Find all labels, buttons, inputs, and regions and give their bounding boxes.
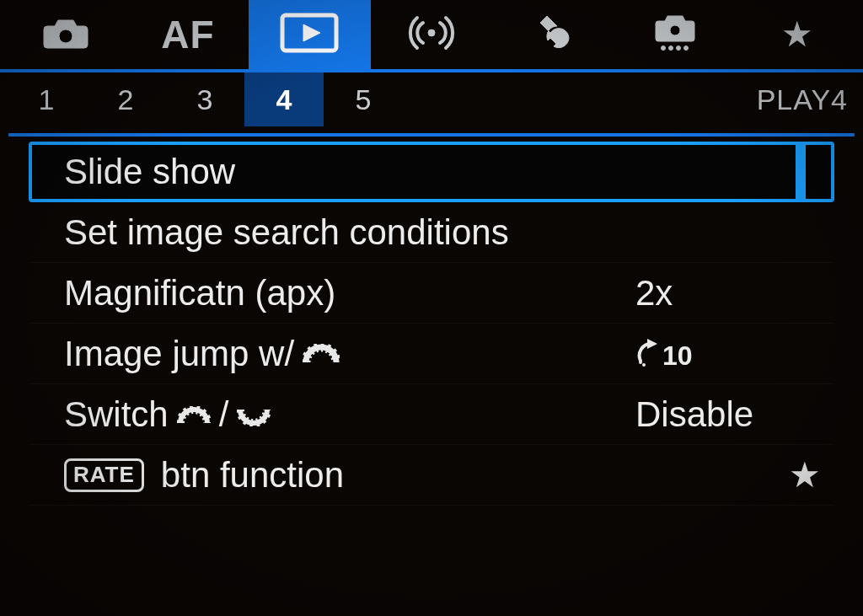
page-tab-4[interactable]: 4 [244,72,324,126]
menu-list: Slide show Set image search conditions M… [29,142,834,506]
page-tab-3[interactable]: 3 [165,72,244,126]
menu-item-search-conditions[interactable]: Set image search conditions [29,202,834,263]
svg-point-7 [677,46,681,51]
camera-icon [42,16,89,53]
divider [8,133,855,137]
menu-item-label: Slide show [64,152,235,192]
menu-item-magnification[interactable]: Magnificatn (apx) 2x [29,263,834,324]
svg-marker-9 [647,339,657,349]
svg-marker-2 [303,24,320,41]
svg-point-5 [662,46,666,51]
label-text: Switch [64,394,169,435]
main-dial-icon [177,394,211,435]
menu-item-value: Disable [602,394,821,435]
menu-item-switch-dials[interactable]: Switch / Disable [29,384,834,445]
page-indicator-label: PLAY4 [757,72,848,126]
main-dial-icon [303,334,340,374]
jump-count: 10 [662,340,693,372]
main-tab-bar: AF [0,0,863,72]
menu-item-value: ★ [755,458,821,493]
menu-item-rate-btn-function[interactable]: RATE btn function ★ [29,445,834,506]
tab-custom[interactable] [614,0,737,69]
menu-item-slide-show[interactable]: Slide show [29,142,834,202]
menu-item-label: Magnificatn (apx) [64,273,335,313]
playback-icon [280,13,339,56]
camera-custom-icon [651,13,699,56]
label-text: btn function [161,455,344,495]
label-separator: / [219,394,229,435]
tab-wireless[interactable] [371,0,493,69]
label-text: Image jump w/ [64,334,294,374]
antenna-icon [408,13,455,56]
tab-shooting[interactable] [5,0,127,69]
menu-item-label: Set image search conditions [64,212,509,253]
menu-item-label: Image jump w/ [64,334,340,374]
svg-point-10 [639,361,642,364]
af-label: AF [161,12,214,57]
menu-item-value: 10 [602,335,821,372]
jump-10-icon: 10 [635,335,693,372]
tab-mymenu[interactable]: ★ [736,0,858,69]
star-icon: ★ [789,458,821,493]
star-icon: ★ [781,17,813,52]
wrench-icon [533,13,574,56]
page-tab-2[interactable]: 2 [86,72,165,126]
rate-badge: RATE [64,458,144,492]
svg-point-0 [59,29,72,43]
menu-item-image-jump[interactable]: Image jump w/ 10 [29,324,834,384]
quick-dial-icon [237,394,271,435]
menu-item-label: RATE btn function [64,455,344,495]
page-tab-1[interactable]: 1 [7,72,86,126]
svg-point-11 [642,363,646,367]
menu-item-value: 2x [602,273,821,313]
tab-autofocus[interactable]: AF [127,0,249,69]
svg-point-8 [684,46,689,51]
page-tab-5[interactable]: 5 [324,72,403,126]
camera-menu-screen: AF [0,0,863,616]
svg-point-6 [669,46,673,51]
menu-item-label: Switch / [64,394,271,435]
svg-point-4 [670,25,680,35]
tab-setup[interactable] [492,0,614,69]
svg-point-3 [428,29,435,36]
page-tab-strip: 1 2 3 4 5 PLAY4 [0,72,863,126]
tab-playback[interactable] [249,0,371,69]
